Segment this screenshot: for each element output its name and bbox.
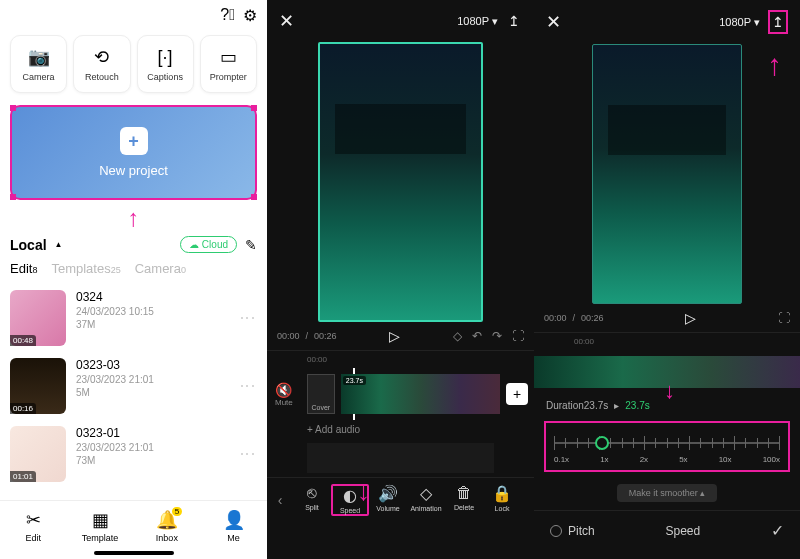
redo-icon[interactable]: ↷ xyxy=(492,329,502,343)
chevron-up-icon: ▴ xyxy=(700,488,705,498)
annotation-arrow-icon: ↑ xyxy=(0,204,267,232)
cover-button[interactable]: Cover xyxy=(307,374,335,414)
retouch-icon: ⟲ xyxy=(94,46,109,68)
project-thumbnail: 00:48 xyxy=(10,290,66,346)
close-icon[interactable]: ✕ xyxy=(546,11,561,33)
editor-panel: ✕ 1080P ▾ ↥ 00:00 / 00:26 ▷ ◇ ↶ ↷ ⛶ 00:0… xyxy=(267,0,534,559)
nav-inbox[interactable]: 🔔Inbox5 xyxy=(134,509,201,543)
split-tool[interactable]: ⎋Split xyxy=(293,484,331,516)
video-preview[interactable] xyxy=(318,42,483,322)
export-icon[interactable]: ↥ xyxy=(506,11,522,31)
animation-icon: ◇ xyxy=(420,484,432,503)
gear-icon[interactable]: ⚙ xyxy=(243,6,257,25)
speed-mark: 5x xyxy=(679,455,687,464)
badge: 5 xyxy=(172,507,182,516)
undo-icon[interactable]: ↶ xyxy=(472,329,482,343)
template-icon: ▦ xyxy=(92,509,109,531)
video-clip[interactable]: 23.7s xyxy=(341,374,500,414)
more-icon[interactable]: ⋮ xyxy=(238,446,257,462)
captions-button[interactable]: [·]Captions xyxy=(137,35,194,93)
prompter-button[interactable]: ▭Prompter xyxy=(200,35,257,93)
resolution-button[interactable]: 1080P ▾ xyxy=(457,15,498,28)
retouch-button[interactable]: ⟲Retouch xyxy=(73,35,130,93)
split-icon: ⎋ xyxy=(307,484,317,502)
nav-me[interactable]: 👤Me xyxy=(200,509,267,543)
chevron-down-icon: ▾ xyxy=(492,15,498,28)
edit-icon: ✂ xyxy=(26,509,41,531)
annotation-arrow-icon: ↓ xyxy=(357,476,370,507)
mute-button[interactable]: 🔇Mute xyxy=(267,382,301,407)
timeline-ruler[interactable]: 00:00 xyxy=(534,332,800,350)
new-project-label: New project xyxy=(99,163,168,178)
project-item[interactable]: 01:010323-0123/03/2023 21:0173M⋮ xyxy=(0,420,267,488)
speed-icon: ◐ xyxy=(343,486,357,505)
lock-tool[interactable]: 🔒Lock xyxy=(483,484,521,516)
total-time: 00:26 xyxy=(314,331,337,341)
cloud-button[interactable]: ☁ Cloud xyxy=(180,236,237,253)
empty-track[interactable] xyxy=(307,443,494,473)
fullscreen-icon[interactable]: ⛶ xyxy=(778,311,790,325)
radio-icon xyxy=(550,525,562,537)
help-icon[interactable]: ?⃝ xyxy=(220,6,235,25)
plus-icon: + xyxy=(120,127,148,155)
speaker-off-icon: 🔇 xyxy=(275,382,292,398)
current-time: 00:00 xyxy=(544,313,567,323)
tab-edit[interactable]: Edit8 xyxy=(10,261,37,276)
project-item[interactable]: 00:160323-0323/03/2023 21:015M⋮ xyxy=(0,352,267,420)
play-icon[interactable]: ▷ xyxy=(343,328,447,344)
video-preview[interactable] xyxy=(592,44,742,304)
add-audio-button[interactable]: + Add audio xyxy=(267,420,534,439)
pencil-icon[interactable]: ✎ xyxy=(245,237,257,253)
me-icon: 👤 xyxy=(223,509,245,531)
chevron-up-icon: ▲ xyxy=(55,240,63,249)
new-duration: 23.7s xyxy=(625,400,649,411)
lock-icon: 🔒 xyxy=(492,484,512,503)
duration-label: Duration23.7s xyxy=(546,400,608,411)
fullscreen-icon[interactable]: ⛶ xyxy=(512,329,524,343)
tab-camera[interactable]: Camera0 xyxy=(135,261,186,276)
speed-slider[interactable] xyxy=(554,433,780,453)
app-home-panel: ?⃝ ⚙ 📷Camera⟲Retouch[·]Captions▭Prompter… xyxy=(0,0,267,559)
more-icon[interactable]: ⋮ xyxy=(238,378,257,394)
volume-icon: 🔊 xyxy=(378,484,398,503)
captions-icon: [·] xyxy=(158,47,173,68)
confirm-icon[interactable]: ✓ xyxy=(771,521,784,540)
volume-tool[interactable]: 🔊Volume xyxy=(369,484,407,516)
project-thumbnail: 00:16 xyxy=(10,358,66,414)
animation-tool[interactable]: ◇Animation xyxy=(407,484,445,516)
camera-icon: 📷 xyxy=(28,46,50,68)
timeline-ruler[interactable]: 00:00 xyxy=(267,350,534,368)
speed-mark: 2x xyxy=(640,455,648,464)
local-section-label[interactable]: Local xyxy=(10,237,47,253)
annotation-arrow-icon: ↑ xyxy=(767,48,782,82)
speed-mark: 0.1x xyxy=(554,455,569,464)
play-icon[interactable]: ▷ xyxy=(610,310,772,326)
camera-button[interactable]: 📷Camera xyxy=(10,35,67,93)
speed-mark: 10x xyxy=(719,455,732,464)
delete-icon: 🗑 xyxy=(456,484,472,502)
prompter-icon: ▭ xyxy=(220,46,237,68)
speed-mark: 1x xyxy=(600,455,608,464)
nav-edit[interactable]: ✂Edit xyxy=(0,509,67,543)
chevron-down-icon: ▾ xyxy=(754,16,760,29)
slider-thumb[interactable] xyxy=(595,436,609,450)
export-icon[interactable]: ↥ xyxy=(768,10,788,34)
make-smoother-button[interactable]: Make it smoother ▴ xyxy=(617,484,718,502)
delete-tool[interactable]: 🗑Delete xyxy=(445,484,483,516)
more-icon[interactable]: ⋮ xyxy=(238,310,257,326)
close-icon[interactable]: ✕ xyxy=(279,10,294,32)
new-project-button[interactable]: + New project xyxy=(10,105,257,200)
speed-slider-box: 0.1x1x2x5x10x100x xyxy=(544,421,790,472)
keyframe-icon[interactable]: ◇ xyxy=(453,329,462,343)
speed-panel: ✕ 1080P ▾ ↥ ↑ 00:00 / 00:26 ▷ ⛶ 00:00 Du… xyxy=(534,0,800,559)
home-indicator xyxy=(94,551,174,555)
project-thumbnail: 01:01 xyxy=(10,426,66,482)
pitch-toggle[interactable]: Pitch xyxy=(550,524,595,538)
project-item[interactable]: 00:48032424/03/2023 10:1537M⋮ xyxy=(0,284,267,352)
add-clip-button[interactable]: + xyxy=(506,383,528,405)
back-icon[interactable]: ‹ xyxy=(267,484,293,516)
total-time: 00:26 xyxy=(581,313,604,323)
nav-template[interactable]: ▦Template xyxy=(67,509,134,543)
tab-templates[interactable]: Templates25 xyxy=(51,261,120,276)
resolution-button[interactable]: 1080P ▾ xyxy=(719,16,760,29)
